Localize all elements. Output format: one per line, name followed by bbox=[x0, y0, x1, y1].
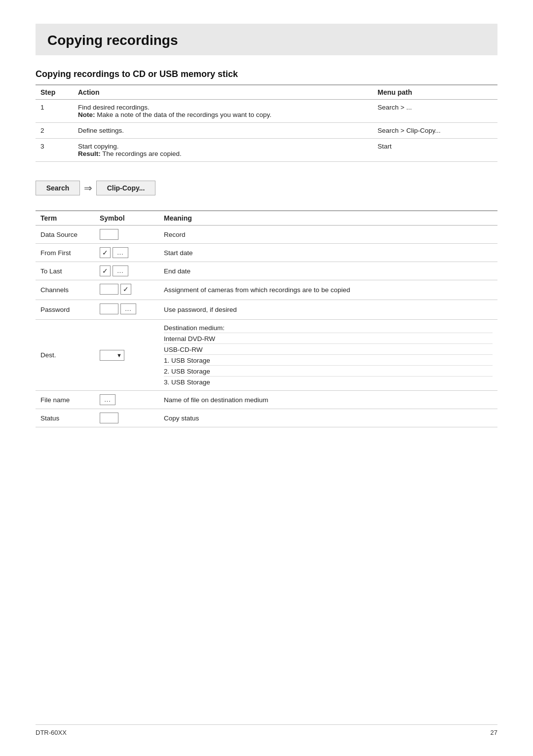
symbol-table-header-term: Term bbox=[36, 211, 95, 226]
table-row: 3 Start copying. Result: The recordings … bbox=[36, 139, 497, 162]
symbol-table: Term Symbol Meaning Data Source Record F… bbox=[36, 210, 497, 427]
term-label: Status bbox=[36, 409, 95, 427]
meaning-text: Destination medium: Internal DVD-RW USB-… bbox=[159, 320, 497, 391]
section-heading: Copying recordings to CD or USB memory s… bbox=[36, 69, 497, 79]
symbol-cell: ... bbox=[95, 391, 159, 409]
action-result: Result: The recordings are copied. bbox=[78, 150, 368, 157]
symbol-table-header-symbol: Symbol bbox=[95, 211, 159, 226]
nav-arrow-icon: ⇒ bbox=[84, 182, 92, 194]
nav-bar: Search ⇒ Clip-Copy... bbox=[36, 178, 497, 198]
term-label: Channels bbox=[36, 280, 95, 300]
symbol-cell: ✓ bbox=[95, 280, 159, 300]
symbol-group: ✓ bbox=[100, 284, 131, 295]
symbol-cell: ✓ ... bbox=[95, 244, 159, 262]
table-row: Dest. ▼ Destination medium: Internal DVD… bbox=[36, 320, 497, 391]
ui-dropdown[interactable]: ▼ bbox=[100, 350, 124, 361]
symbol-table-header-meaning: Meaning bbox=[159, 211, 497, 226]
step-action: Define settings. bbox=[73, 123, 373, 139]
step-action: Start copying. Result: The recordings ar… bbox=[73, 139, 373, 162]
meaning-text: Assignment of cameras from which recordi… bbox=[159, 280, 497, 300]
table-row: File name ... Name of file on destinatio… bbox=[36, 391, 497, 409]
dest-meaning-0: Destination medium: bbox=[164, 323, 493, 333]
symbol-cell: ✓ ... bbox=[95, 262, 159, 280]
step-menu-path: Search > ... bbox=[373, 100, 497, 123]
term-label: Dest. bbox=[36, 320, 95, 391]
meaning-text: Start date bbox=[159, 244, 497, 262]
table-row: 2 Define settings. Search > Clip-Copy... bbox=[36, 123, 497, 139]
ui-ellipsis-box: ... bbox=[120, 303, 136, 314]
meaning-text: End date bbox=[159, 262, 497, 280]
symbol-group: ... bbox=[100, 303, 136, 314]
clip-copy-nav-button[interactable]: Clip-Copy... bbox=[96, 181, 155, 195]
term-label: Data Source bbox=[36, 226, 95, 244]
dropdown-arrow-icon: ▼ bbox=[116, 352, 122, 358]
ui-ellipsis-box: ... bbox=[100, 394, 115, 405]
action-line1: Define settings. bbox=[78, 127, 368, 134]
dest-meanings: Destination medium: Internal DVD-RW USB-… bbox=[164, 323, 493, 387]
ui-empty-box bbox=[100, 229, 118, 240]
symbol-cell: ... bbox=[95, 300, 159, 320]
symbol-cell bbox=[95, 226, 159, 244]
footer-model: DTR-60XX bbox=[36, 729, 67, 736]
term-label: Password bbox=[36, 300, 95, 320]
action-line1: Start copying. bbox=[78, 143, 368, 150]
ui-ellipsis-box: ... bbox=[113, 265, 128, 276]
ui-checkbox: ✓ bbox=[120, 284, 131, 295]
step-table-header-action: Action bbox=[73, 85, 373, 100]
dest-meaning-1: Internal DVD-RW bbox=[164, 334, 493, 344]
dest-meaning-4: 2. USB Storage bbox=[164, 367, 493, 377]
symbol-group: ✓ ... bbox=[100, 247, 128, 258]
meaning-text: Copy status bbox=[159, 409, 497, 427]
ui-checkbox: ✓ bbox=[100, 247, 111, 258]
page-footer: DTR-60XX 27 bbox=[36, 724, 497, 736]
table-row: Data Source Record bbox=[36, 226, 497, 244]
term-label: From First bbox=[36, 244, 95, 262]
table-row: 1 Find desired recordings. Note: Make a … bbox=[36, 100, 497, 123]
action-line1: Find desired recordings. bbox=[78, 104, 368, 111]
step-table-header-menu: Menu path bbox=[373, 85, 497, 100]
search-nav-button[interactable]: Search bbox=[36, 181, 80, 195]
step-menu-path: Start bbox=[373, 139, 497, 162]
symbol-cell: ▼ bbox=[95, 320, 159, 391]
step-number: 2 bbox=[36, 123, 73, 139]
meaning-text: Name of file on destination medium bbox=[159, 391, 497, 409]
footer-page: 27 bbox=[491, 729, 497, 736]
table-row: Status Copy status bbox=[36, 409, 497, 427]
page-title: Copying recordings bbox=[47, 33, 486, 48]
step-menu-path: Search > Clip-Copy... bbox=[373, 123, 497, 139]
meaning-text: Record bbox=[159, 226, 497, 244]
table-row: To Last ✓ ... End date bbox=[36, 262, 497, 280]
step-table-header-step: Step bbox=[36, 85, 73, 100]
meaning-text: Use password, if desired bbox=[159, 300, 497, 320]
page-title-bar: Copying recordings bbox=[36, 24, 497, 55]
symbol-group: ✓ ... bbox=[100, 265, 128, 276]
step-table: Step Action Menu path 1 Find desired rec… bbox=[36, 84, 497, 162]
symbol-cell bbox=[95, 409, 159, 427]
dest-meaning-3: 1. USB Storage bbox=[164, 356, 493, 366]
table-row: From First ✓ ... Start date bbox=[36, 244, 497, 262]
step-number: 3 bbox=[36, 139, 73, 162]
step-action: Find desired recordings. Note: Make a no… bbox=[73, 100, 373, 123]
term-label: File name bbox=[36, 391, 95, 409]
dest-meaning-5: 3. USB Storage bbox=[164, 378, 493, 387]
ui-ellipsis-box: ... bbox=[113, 247, 128, 258]
dest-meaning-2: USB-CD-RW bbox=[164, 345, 493, 355]
step-number: 1 bbox=[36, 100, 73, 123]
term-label: To Last bbox=[36, 262, 95, 280]
ui-empty-box bbox=[100, 284, 118, 295]
table-row: Password ... Use password, if desired bbox=[36, 300, 497, 320]
table-row: Channels ✓ Assignment of cameras from wh… bbox=[36, 280, 497, 300]
ui-empty-box bbox=[100, 413, 118, 423]
ui-empty-box bbox=[100, 303, 118, 314]
ui-checkbox: ✓ bbox=[100, 265, 111, 276]
action-note: Note: Make a note of the data of the rec… bbox=[78, 111, 368, 118]
